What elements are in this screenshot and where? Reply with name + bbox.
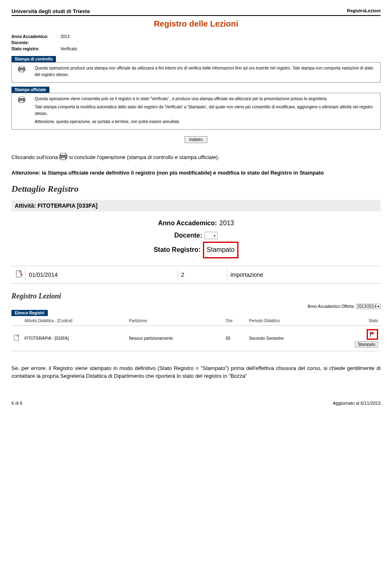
activity-row: 01/01/2014 2 importazione bbox=[11, 266, 381, 284]
stato-value: Verificato bbox=[60, 46, 77, 52]
row-date: 01/01/2014 bbox=[26, 271, 178, 278]
cell-periodo: Secondo Semestre bbox=[247, 325, 325, 351]
det-stato-label: Stato Registro: bbox=[154, 244, 200, 256]
anno-label: Anno Accademico: bbox=[11, 34, 60, 40]
section-stampa-controllo: Questa operazione produce una stampa non… bbox=[11, 62, 381, 83]
paragraph-attenzione: Attenzione: la Stampa ufficiale rende de… bbox=[11, 169, 381, 177]
stampa-controllo-text: Questa operazione produce una stampa non… bbox=[35, 65, 377, 78]
section-stampa-ufficiale-tab: Stampa ufficiale bbox=[11, 87, 49, 93]
activity-bar: Attività: FITOTERAPIA [033FA] bbox=[11, 200, 381, 211]
docente-select[interactable]: ▾ bbox=[205, 232, 218, 239]
table-row: FITOTERAPIA - [033FA] Nessun partizionam… bbox=[11, 325, 381, 351]
svg-rect-11 bbox=[370, 332, 371, 337]
indietro-button[interactable]: Indietro bbox=[185, 136, 207, 143]
print-icon[interactable] bbox=[18, 66, 25, 74]
app-name: RegistroLezioni bbox=[347, 8, 381, 13]
det-anno-value: 2013 bbox=[219, 217, 234, 229]
col-ore: Ore bbox=[223, 316, 247, 326]
svg-rect-8 bbox=[61, 157, 66, 160]
stato-highlight-box bbox=[367, 329, 378, 340]
stampa-ufficiale-line2: Tale stampa comporta la modifica automat… bbox=[35, 104, 377, 117]
dettaglio-fields: Anno Accademico: 2013 Docente: ▾ Stato R… bbox=[11, 217, 381, 258]
svg-rect-5 bbox=[20, 101, 24, 103]
col-partizione: Partizione bbox=[127, 316, 223, 326]
anno-value: 2013 bbox=[60, 34, 69, 40]
ay-select[interactable]: 2013/2014 ▾ bbox=[356, 304, 381, 309]
registro-lezioni-title: Registro Lezioni bbox=[11, 292, 381, 300]
cell-partizione: Nessun partizionamento bbox=[127, 325, 223, 351]
stato-chip: Stampato bbox=[355, 341, 378, 348]
svg-rect-0 bbox=[19, 66, 24, 68]
footer-page: 6 di 6 bbox=[11, 401, 22, 406]
chevron-down-icon: ▾ bbox=[214, 232, 216, 240]
row-qty: 2 bbox=[178, 271, 227, 278]
elenco-table: Attività Didattica - [Codice] Partizione… bbox=[11, 316, 381, 351]
stampa-ufficiale-line1: Questa operazione viene consentita solo … bbox=[35, 96, 377, 102]
paragraph-click-icon: Cliccando sull'icona si conclude l'opera… bbox=[11, 153, 381, 163]
flag-icon bbox=[370, 332, 375, 337]
section-stampa-ufficiale: Questa operazione viene consentita solo … bbox=[11, 93, 381, 130]
univ-name: Università degli studi di Trieste bbox=[11, 8, 90, 14]
doc-icon[interactable] bbox=[14, 337, 20, 342]
row-desc: importazione bbox=[227, 271, 379, 278]
page-footer: 6 di 6 Aggiornato al 6/11/2013 bbox=[0, 401, 392, 415]
stato-label: Stato registro: bbox=[11, 46, 60, 52]
col-attivita: Attività Didattica - [Codice] bbox=[22, 316, 127, 326]
ay-offer: Anno Accademico Offerta: 2013/2014 ▾ bbox=[11, 304, 381, 309]
section-stampa-controllo-tab: Stampa di controllo bbox=[11, 56, 56, 62]
docente-label: Docente: bbox=[11, 40, 60, 46]
cell-attivita: FITOTERAPIA - [033FA] bbox=[22, 325, 127, 351]
stato-value-highlight: Stampato bbox=[203, 242, 238, 258]
main-title: Registro delle Lezioni bbox=[11, 19, 381, 29]
chevron-down-icon: ▾ bbox=[377, 304, 379, 309]
registro-meta: Anno Accademico: 2013 Docente: Stato reg… bbox=[11, 34, 381, 52]
print-icon bbox=[59, 153, 67, 163]
svg-rect-2 bbox=[20, 70, 24, 72]
footer-date: Aggiornato al 6/11/2013 bbox=[333, 401, 381, 406]
svg-rect-3 bbox=[19, 96, 24, 99]
print-icon[interactable] bbox=[18, 96, 25, 104]
col-stato: Stato bbox=[325, 316, 381, 326]
det-anno-label: Anno Accademico: bbox=[158, 217, 217, 229]
stampa-ufficiale-line3: Attenzione, questa operazione, se portat… bbox=[35, 119, 377, 125]
dettaglio-title: Dettaglio Registro bbox=[11, 184, 381, 194]
paragraph-error-note: Se, per errore, il Registro viene stampa… bbox=[11, 364, 381, 380]
cell-ore: 60 bbox=[223, 325, 247, 351]
page-header: Università degli studi di Trieste Regist… bbox=[11, 8, 381, 16]
det-docente-label: Docente: bbox=[174, 229, 202, 242]
col-periodo: Periodo Didattico bbox=[247, 316, 325, 326]
elenco-registri-tab: Elenco Registri bbox=[11, 310, 48, 316]
doc-icon[interactable] bbox=[16, 272, 22, 279]
